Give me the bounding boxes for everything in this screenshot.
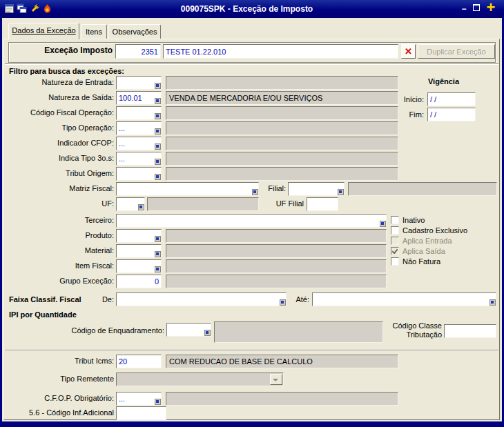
enquadramento-detail: [214, 321, 383, 343]
checkbox-inativo[interactable]: Inativo: [391, 215, 425, 224]
item-fiscal-wrap: [116, 259, 162, 273]
uf-filial-wrap: [307, 197, 338, 211]
grupo-excecao-label: Grupo Exceção:: [7, 277, 114, 286]
grupo-excecao-input[interactable]: [116, 275, 162, 288]
enquadramento-wrap: [166, 323, 211, 337]
classe-tributacao-wrap: [444, 324, 496, 338]
lookup-icon[interactable]: [204, 330, 211, 336]
checkbox-cadastro-exclusivo[interactable]: Cadastro Exclusivo: [391, 226, 467, 235]
uf-filial-input[interactable]: [307, 197, 338, 211]
terceiro-label: Terceiro:: [7, 216, 114, 225]
classe-tributacao-label-2: Tributação: [384, 330, 442, 339]
lookup-icon[interactable]: [155, 266, 161, 272]
excecao-codigo-input[interactable]: [115, 44, 161, 59]
windows-icon[interactable]: [17, 3, 27, 14]
vigencia-title: Vigência: [404, 77, 483, 86]
lookup-icon[interactable]: [155, 174, 161, 180]
tab-observacoes[interactable]: Observações: [108, 24, 161, 39]
chevron-down-icon: [270, 374, 282, 385]
window-title: 009075SPK - Exceção de Imposto: [55, 4, 438, 14]
produto-detail: [166, 229, 387, 243]
tipo-operacao-wrap: [116, 121, 162, 135]
close-button[interactable]: +: [482, 0, 500, 16]
material-wrap: [116, 244, 162, 258]
cod-inf-adicional-input[interactable]: [116, 406, 166, 420]
natureza-entrada-wrap: [116, 76, 162, 90]
checkbox-aplica-entrada-label: Aplica Entrada: [403, 237, 452, 245]
grupo-excecao-wrap: [116, 275, 162, 288]
lookup-icon[interactable]: [155, 83, 161, 89]
matriz-fiscal-wrap: [116, 182, 259, 196]
tab-dados-da-excecao[interactable]: Dados da Exceção: [8, 23, 79, 39]
wrench-icon[interactable]: [30, 3, 40, 14]
cfop-obrigatorio-wrap: [116, 392, 162, 406]
codigo-fiscal-operacao-detail: [166, 106, 398, 120]
maximize-button[interactable]: [471, 3, 482, 13]
lookup-icon[interactable]: [155, 98, 161, 104]
lookup-icon[interactable]: [155, 143, 161, 150]
material-detail: [166, 244, 387, 258]
classe-tributacao-label-1: Código Classe: [384, 321, 442, 330]
lookup-icon[interactable]: [155, 236, 161, 242]
flame-icon[interactable]: [42, 3, 52, 14]
lookup-icon[interactable]: [490, 299, 496, 306]
excecao-codigo-wrap: [115, 44, 161, 59]
natureza-saida-label: Natureza de Saída:: [7, 93, 114, 102]
lookup-icon[interactable]: [138, 204, 144, 210]
lookup-icon[interactable]: [155, 399, 161, 405]
checkbox-nao-fatura[interactable]: Não Fatura: [391, 257, 440, 266]
natureza-entrada-detail: [166, 76, 398, 90]
cod-inf-adicional-wrap: [116, 406, 166, 420]
lookup-icon[interactable]: [338, 189, 344, 195]
cfop-obrigatorio-label: C.F.O.P. Obrigatório:: [7, 394, 114, 403]
lookup-icon[interactable]: [252, 189, 258, 195]
terceiro-input[interactable]: [116, 214, 387, 228]
item-fiscal-label: Item Fiscal:: [7, 261, 114, 270]
lookup-icon[interactable]: [155, 159, 161, 165]
filial-label: Filial:: [260, 184, 286, 193]
tab-itens[interactable]: Itens: [81, 24, 107, 39]
faixa-de-wrap: [116, 292, 287, 306]
tribut-icms-input[interactable]: [116, 355, 162, 368]
lookup-icon[interactable]: [155, 251, 161, 257]
codigo-fiscal-operacao-wrap: [116, 106, 162, 120]
checkbox-nao-fatura-label: Não Fatura: [403, 257, 440, 266]
faixa-de-input[interactable]: [116, 292, 287, 306]
tribut-icms-wrap: [116, 355, 162, 368]
app-window: 009075SPK - Exceção de Imposto − + Dados…: [0, 0, 504, 427]
tipo-operacao-label: Tipo Operação:: [7, 123, 114, 132]
matriz-fiscal-input[interactable]: [116, 182, 259, 196]
faixa-title: Faixa Classif. Fiscal: [9, 295, 81, 304]
tab-itens-label: Itens: [86, 28, 102, 36]
lookup-icon[interactable]: [380, 221, 386, 227]
tipo-remetente-select: [116, 373, 284, 386]
form-icon[interactable]: [4, 3, 14, 14]
filial-input[interactable]: [288, 182, 345, 196]
minimize-button[interactable]: −: [458, 4, 469, 14]
natureza-saida-wrap: [116, 91, 162, 105]
excecao-descricao-input[interactable]: [163, 44, 398, 59]
tipo-operacao-detail: [166, 121, 398, 135]
lookup-icon[interactable]: [155, 113, 161, 119]
lookup-icon[interactable]: [280, 299, 286, 306]
delete-button[interactable]: ✕: [401, 44, 416, 59]
natureza-saida-detail: VENDA DE MERCADORIA E/OU SERVIÇOS: [166, 91, 398, 105]
classe-tributacao-input[interactable]: [444, 324, 496, 338]
checkbox-icon[interactable]: [391, 216, 399, 224]
faixa-ate-input[interactable]: [312, 292, 496, 306]
vigencia-inicio-input[interactable]: [427, 92, 476, 106]
faixa-de-label: De:: [76, 295, 114, 304]
cfop-obrigatorio-detail: [166, 392, 398, 406]
lookup-icon[interactable]: [155, 128, 161, 135]
checkbox-icon[interactable]: [391, 257, 399, 266]
uf-label: UF:: [7, 199, 114, 208]
duplicar-excecao-button: Duplicar Exceção: [418, 44, 495, 59]
vigencia-inicio-label: Início:: [381, 95, 424, 104]
vigencia-fim-input[interactable]: [427, 108, 476, 121]
tribut-origem-label: Tribut Origem:: [7, 169, 114, 178]
material-label: Material:: [7, 246, 114, 255]
checkbox-icon[interactable]: [391, 226, 399, 235]
checkbox-aplica-entrada: Aplica Entrada: [391, 236, 452, 245]
uf-detail: [147, 197, 259, 211]
maximize-icon: [473, 4, 480, 11]
